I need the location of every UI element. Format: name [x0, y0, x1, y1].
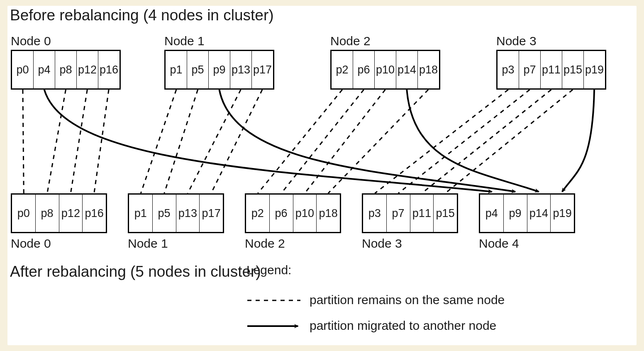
before-node-0-label: Node 0 [11, 34, 51, 48]
stay-line [23, 90, 24, 193]
after-node-1-label: Node 1 [128, 236, 168, 251]
migrate-arrow-1 [220, 90, 515, 192]
before-node-1-partition-2: p9 [208, 51, 230, 88]
before-node-2-partition-3: p14 [396, 51, 417, 88]
before-node-1-partition-1: p5 [187, 51, 208, 88]
after-node-1-partition-3: p17 [199, 195, 223, 232]
stay-line [71, 90, 87, 193]
stay-line [164, 90, 198, 193]
legend-migrate-text: partition migrated to another node [310, 319, 496, 333]
before-node-1-partition-3: p13 [230, 51, 251, 88]
before-node-2-partition-4: p18 [417, 51, 439, 88]
after-node-2-label: Node 2 [245, 236, 285, 251]
migrate-arrow-0 [44, 90, 492, 192]
before-node-3-partition-0: p3 [498, 51, 519, 88]
before-node-1-partition-4: p17 [251, 51, 273, 88]
title-before: Before rebalancing (4 nodes in cluster) [10, 7, 274, 24]
before-node-2-partition-0: p2 [332, 51, 353, 88]
after-node-4-label: Node 4 [479, 236, 519, 251]
before-node-3-label: Node 3 [496, 34, 537, 48]
before-node-0-box: p0p4p8p12p16 [11, 50, 121, 90]
before-node-1-label: Node 1 [164, 34, 205, 48]
diagram-canvas: Before rebalancing (4 nodes in cluster) … [7, 6, 637, 345]
after-node-0-partition-0: p0 [12, 195, 35, 232]
before-node-3-partition-2: p11 [540, 51, 562, 88]
after-node-4-partition-1: p9 [503, 195, 527, 232]
before-node-1-partition-0: p1 [166, 51, 187, 88]
after-node-3-label: Node 3 [362, 236, 402, 251]
before-node-0-partition-2: p8 [55, 51, 76, 88]
stay-line [281, 90, 364, 193]
stay-line [328, 90, 428, 193]
before-node-0-partition-0: p0 [12, 51, 33, 88]
stay-line [445, 90, 573, 193]
after-node-0-label: Node 0 [11, 236, 51, 251]
after-node-3-partition-0: p3 [363, 195, 386, 232]
stay-line [188, 90, 241, 193]
stay-line [305, 90, 385, 193]
after-node-2-partition-2: p10 [293, 195, 317, 232]
after-node-3-partition-2: p11 [410, 195, 434, 232]
before-node-3-box: p3p7p11p15p19 [496, 50, 606, 90]
stay-line [422, 90, 551, 193]
after-node-1-partition-2: p13 [176, 195, 200, 232]
before-node-0-partition-3: p12 [76, 51, 98, 88]
after-node-3-partition-3: p15 [433, 195, 457, 232]
after-node-4-partition-0: p4 [480, 195, 503, 232]
before-node-0-partition-4: p16 [98, 51, 120, 88]
before-node-0-partition-1: p4 [33, 51, 55, 88]
legend-stay-text: partition remains on the same node [310, 293, 505, 307]
legend-title: Legend: [246, 263, 291, 277]
before-node-2-partition-2: p10 [374, 51, 396, 88]
before-node-2-label: Node 2 [330, 34, 371, 48]
migrate-arrow-3 [562, 90, 594, 192]
stay-line [211, 90, 262, 193]
before-node-3-partition-1: p7 [519, 51, 540, 88]
after-node-3-partition-1: p7 [386, 195, 410, 232]
after-node-2-partition-0: p2 [246, 195, 269, 232]
stay-line [375, 90, 508, 193]
after-node-2-partition-3: p18 [316, 195, 340, 232]
after-node-3-box: p3p7p11p15 [362, 193, 458, 233]
stay-line [47, 90, 66, 193]
stay-line [258, 90, 342, 193]
after-node-0-box: p0p8p12p16 [11, 193, 107, 233]
before-node-2-partition-1: p6 [353, 51, 374, 88]
stay-line [141, 90, 176, 193]
after-node-4-partition-3: p19 [550, 195, 574, 232]
before-node-3-partition-3: p15 [562, 51, 583, 88]
stay-line [398, 90, 530, 193]
after-node-2-box: p2p6p10p18 [245, 193, 341, 233]
after-node-1-partition-0: p1 [129, 195, 152, 232]
before-node-2-box: p2p6p10p14p18 [330, 50, 440, 90]
before-node-3-partition-4: p19 [583, 51, 605, 88]
after-node-2-partition-1: p6 [269, 195, 293, 232]
after-node-4-partition-2: p14 [527, 195, 551, 232]
after-node-0-partition-2: p12 [59, 195, 83, 232]
stay-line [94, 90, 109, 193]
diagram-frame: Before rebalancing (4 nodes in cluster) … [0, 0, 644, 351]
after-node-1-partition-1: p5 [152, 195, 176, 232]
after-node-4-box: p4p9p14p19 [479, 193, 575, 233]
after-node-0-partition-1: p8 [35, 195, 59, 232]
before-node-1-box: p1p5p9p13p17 [164, 50, 274, 90]
migrate-arrow-2 [407, 90, 539, 192]
after-node-0-partition-3: p16 [82, 195, 106, 232]
title-after: After rebalancing (5 nodes in cluster) [10, 263, 261, 280]
after-node-1-box: p1p5p13p17 [128, 193, 224, 233]
